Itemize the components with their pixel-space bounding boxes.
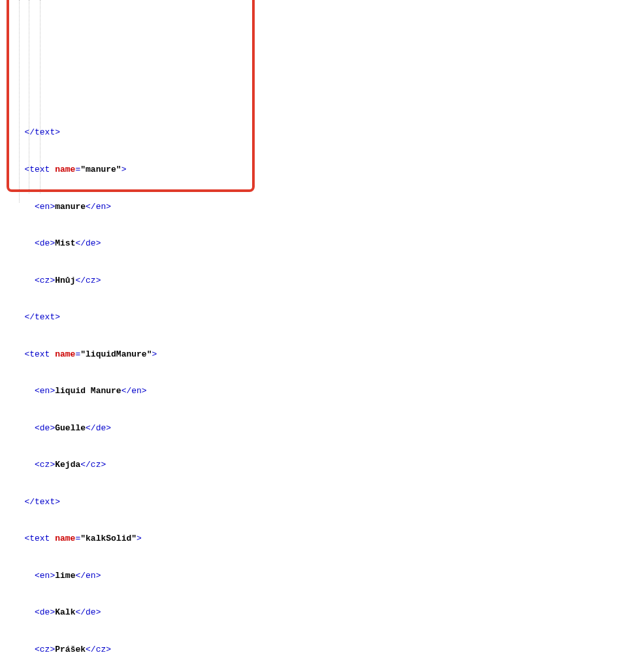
code-line: <cz>Hnůj</cz> xyxy=(9,275,627,287)
code-line: <en>manure</en> xyxy=(9,201,627,214)
code-line: <de>Kalk</de> xyxy=(9,607,627,619)
code-line: <text name="manure"> xyxy=(9,164,627,176)
code-line: <cz>Kejda</cz> xyxy=(9,459,627,472)
code-line: <de>Guelle</de> xyxy=(9,423,627,435)
xml-code-block: </text> <text name="manure"> <en>manure<… xyxy=(0,0,627,672)
code-line: <de>Mist</de> xyxy=(9,238,627,250)
code-line: </text> xyxy=(9,496,627,509)
code-line: <text name="kalkSolid"> xyxy=(9,533,627,545)
code-line: </text> xyxy=(9,312,627,324)
code-line: </text> xyxy=(9,127,627,139)
code-line: <en>lime</en> xyxy=(9,570,627,583)
code-line: <en>liquid Manure</en> xyxy=(9,385,627,398)
code-line: <text name="liquidManure"> xyxy=(9,349,627,361)
code-line: <cz>Prášek</cz> xyxy=(9,644,627,656)
highlight-box xyxy=(7,0,255,192)
